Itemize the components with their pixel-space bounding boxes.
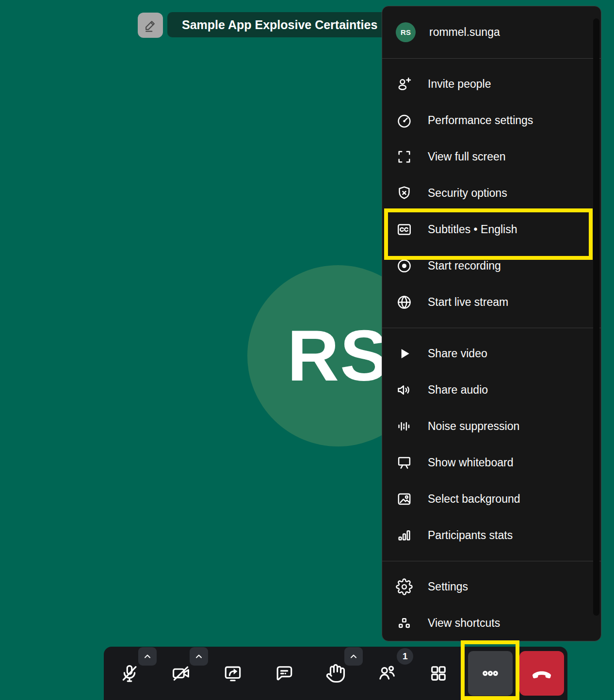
gear-icon xyxy=(396,578,413,595)
menu-item-start-live-stream[interactable]: Start live stream xyxy=(382,284,601,320)
whiteboard-icon xyxy=(396,454,413,471)
edit-subject-button[interactable] xyxy=(138,13,163,38)
chevron-up-icon xyxy=(348,651,359,662)
toolbar-slot-mute-audio xyxy=(104,647,155,700)
menu-user-avatar: RS xyxy=(396,22,416,42)
chat-icon xyxy=(274,663,294,684)
menu-item-label: Security options xyxy=(428,187,507,200)
chat-button[interactable] xyxy=(262,651,307,696)
toolbar-buttons: 1 xyxy=(104,647,567,700)
menu-user-name: rommel.sunga xyxy=(429,26,500,39)
menu-item-label: Invite people xyxy=(428,78,491,91)
raise-hand-icon xyxy=(325,663,346,684)
camera-off-icon xyxy=(171,663,191,684)
mic-off-icon xyxy=(119,663,140,684)
toolbar-slot-tile-view xyxy=(413,647,464,700)
mute-video-options-chevron[interactable] xyxy=(190,647,208,666)
meeting-subject[interactable]: Sample App Explosive Certainties xyxy=(167,12,403,37)
speaker-icon xyxy=(396,382,413,398)
toolbar-slot-mute-video xyxy=(155,647,207,700)
menu-item-label: Start recording xyxy=(428,259,501,272)
menu-user-header: RS rommel.sunga xyxy=(382,6,601,59)
menu-item-security-options[interactable]: Security options xyxy=(382,175,601,211)
shield-x-icon xyxy=(396,185,413,202)
menu-item-noise-suppression[interactable]: Noise suppression xyxy=(382,408,601,445)
toolbar-slot-hangup xyxy=(516,647,567,700)
share-screen-button[interactable] xyxy=(210,651,255,696)
menu-item-participants-stats[interactable]: Participants stats xyxy=(382,517,601,554)
menu-item-label: Show whiteboard xyxy=(428,456,513,469)
chevron-up-icon xyxy=(193,651,205,662)
gauge-icon xyxy=(396,112,413,129)
participants-icon xyxy=(377,663,397,684)
menu-item-performance-settings[interactable]: Performance settings xyxy=(382,102,601,139)
menu-item-share-audio[interactable]: Share audio xyxy=(382,372,601,408)
toolbar: 1 xyxy=(104,647,567,700)
overflow-menu: RS rommel.sunga Invite peoplePerformance… xyxy=(382,6,601,641)
globe-icon xyxy=(396,294,413,311)
chevron-up-icon xyxy=(142,651,153,662)
menu-item-label: Participants stats xyxy=(428,529,513,542)
meeting-subject-label: Sample App Explosive Certainties xyxy=(182,18,377,32)
shortcuts-icon xyxy=(396,615,413,632)
menu-item-label: Share video xyxy=(428,347,487,360)
toolbar-slot-chat xyxy=(259,647,310,700)
menu-item-label: Noise suppression xyxy=(428,420,519,433)
image-icon xyxy=(396,491,413,508)
hangup-icon xyxy=(532,663,552,684)
hangup-button[interactable] xyxy=(519,651,564,696)
menu-item-label: Start live stream xyxy=(428,296,508,309)
menu-item-select-background[interactable]: Select background xyxy=(382,481,601,517)
menu-item-view-full-screen[interactable]: View full screen xyxy=(382,139,601,175)
toolbar-slot-more-options xyxy=(465,647,516,700)
menu-item-label: Share audio xyxy=(428,383,488,397)
screen-share-icon xyxy=(223,663,243,684)
menu-item-show-whiteboard[interactable]: Show whiteboard xyxy=(382,445,601,481)
raise-hand-options-chevron[interactable] xyxy=(344,647,363,666)
menu-section: Invite peoplePerformance settingsView fu… xyxy=(382,59,601,328)
fullscreen-icon xyxy=(396,148,413,165)
more-dots-icon xyxy=(480,663,501,684)
mute-audio-options-chevron[interactable] xyxy=(138,647,157,666)
menu-item-label: Settings xyxy=(428,580,468,593)
menu-scrollbar[interactable] xyxy=(593,18,599,616)
toolbar-slot-share-screen xyxy=(207,647,258,700)
play-icon xyxy=(396,345,413,362)
waveform-icon xyxy=(396,418,413,435)
menu-item-label: View shortcuts xyxy=(428,617,500,630)
tile-view-icon xyxy=(428,663,449,684)
menu-section: SettingsView shortcuts xyxy=(382,561,601,641)
menu-item-label: View full screen xyxy=(428,150,506,163)
toolbar-slot-raise-hand xyxy=(310,647,361,700)
tile-view-button[interactable] xyxy=(416,651,461,696)
menu-section: Share videoShare audioNoise suppressionS… xyxy=(382,328,601,561)
toolbar-slot-participants: 1 xyxy=(361,647,413,700)
meeting-stage: { "meeting": { "title": "Sample App Expl… xyxy=(0,0,614,700)
menu-item-subtitles[interactable]: Subtitles • English xyxy=(382,211,601,248)
pencil-icon xyxy=(143,18,158,32)
cc-icon xyxy=(396,221,413,238)
menu-item-start-recording[interactable]: Start recording xyxy=(382,248,601,284)
person-add-icon xyxy=(396,76,413,93)
bar-chart-icon xyxy=(396,527,413,544)
menu-sections: Invite peoplePerformance settingsView fu… xyxy=(382,59,601,641)
menu-item-label: Performance settings xyxy=(428,114,533,127)
menu-item-view-shortcuts[interactable]: View shortcuts xyxy=(382,605,601,641)
more-options-button[interactable] xyxy=(468,651,513,696)
menu-item-invite-people[interactable]: Invite people xyxy=(382,66,601,102)
participants-count-badge: 1 xyxy=(397,648,413,665)
menu-item-label: Subtitles • English xyxy=(428,223,517,236)
record-icon xyxy=(396,257,413,274)
menu-item-label: Select background xyxy=(428,493,520,506)
menu-item-settings[interactable]: Settings xyxy=(382,569,601,605)
menu-item-share-video[interactable]: Share video xyxy=(382,335,601,372)
